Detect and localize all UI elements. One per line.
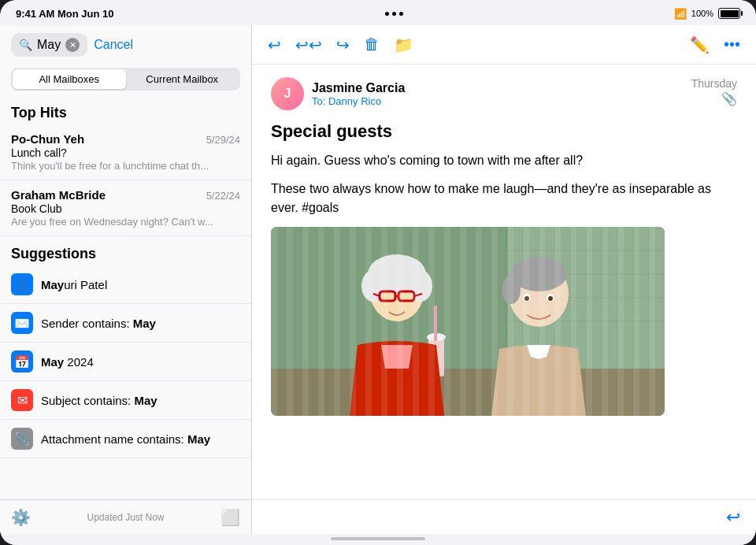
wifi-icon: 📶 bbox=[674, 8, 687, 20]
email-subject: Lunch call? bbox=[11, 146, 240, 159]
email-sender: Graham McBride bbox=[11, 188, 106, 202]
suggestions-label: Suggestions bbox=[0, 236, 251, 265]
svg-point-33 bbox=[547, 294, 554, 302]
suggestion-highlight: May bbox=[187, 432, 210, 446]
status-dots bbox=[385, 12, 403, 16]
email-header: Graham McBride 5/22/24 bbox=[11, 188, 240, 202]
suggestion-sender[interactable]: ✉️ Sender contains: May bbox=[0, 304, 251, 343]
compose-new-button[interactable]: ✏️ bbox=[690, 35, 710, 54]
toolbar-left: ↩ ↩↩ ↪ 🗑 📁 bbox=[268, 35, 413, 54]
suggestion-highlight: May bbox=[41, 355, 64, 369]
suggestion-highlight: May bbox=[41, 278, 64, 291]
svg-rect-19 bbox=[434, 306, 437, 341]
spacer bbox=[0, 458, 251, 499]
dot2 bbox=[392, 12, 396, 16]
svg-rect-1 bbox=[507, 227, 665, 416]
email-date: 5/22/24 bbox=[206, 190, 240, 202]
person-icon: 👤 bbox=[11, 273, 33, 295]
filter-icon[interactable]: ⚙️ bbox=[11, 508, 31, 527]
search-bar: 🔍 May ✕ Cancel bbox=[0, 25, 251, 63]
mail-icon: ✉ bbox=[11, 389, 33, 411]
suggestion-date[interactable]: 📅 May 2024 bbox=[0, 343, 251, 381]
svg-point-34 bbox=[524, 296, 529, 301]
cancel-button[interactable]: Cancel bbox=[94, 38, 133, 52]
body-paragraph-2: These two always know how to make me lau… bbox=[271, 180, 737, 217]
email-sender: Po-Chun Yeh bbox=[11, 132, 84, 146]
trash-button[interactable]: 🗑 bbox=[364, 35, 380, 54]
dot3 bbox=[399, 12, 403, 16]
ipad-frame: 9:41 AM Mon Jun 10 📶 100% 🔍 May bbox=[0, 0, 756, 545]
battery-percent: 100% bbox=[691, 9, 713, 18]
suggestion-text: Attachment name contains: May bbox=[41, 432, 210, 446]
svg-rect-24 bbox=[380, 291, 395, 301]
all-mailboxes-segment[interactable]: All Mailboxes bbox=[13, 69, 126, 89]
svg-rect-16 bbox=[271, 369, 665, 416]
top-hits-label: Top Hits bbox=[0, 98, 251, 124]
email-date-wrap: Thursday 📎 bbox=[691, 77, 737, 106]
diner-scene bbox=[271, 227, 665, 416]
segmented-control: All Mailboxes Current Mailbox bbox=[11, 68, 240, 91]
suggestion-text: Sender contains: May bbox=[41, 317, 156, 330]
reply-all-button[interactable]: ↩↩ bbox=[295, 35, 322, 54]
compose-icon[interactable]: ⬜ bbox=[220, 508, 240, 527]
battery-bar bbox=[718, 8, 740, 19]
reply-button[interactable]: ↩ bbox=[268, 35, 281, 54]
home-indicator bbox=[0, 534, 756, 545]
email-preview: Are you free on Wednesday night? Can't w… bbox=[11, 216, 240, 228]
svg-line-28 bbox=[414, 294, 422, 296]
battery-fill bbox=[721, 10, 739, 17]
folder-button[interactable]: 📁 bbox=[394, 35, 413, 54]
more-options-button[interactable]: ••• bbox=[724, 35, 740, 54]
search-input[interactable]: May bbox=[37, 38, 61, 52]
suggestion-text: May 2024 bbox=[41, 355, 94, 369]
bottom-status: Updated Just Now bbox=[87, 512, 164, 523]
svg-point-30 bbox=[510, 257, 567, 291]
forward-button[interactable]: ↪ bbox=[336, 35, 350, 54]
svg-rect-25 bbox=[398, 291, 414, 301]
email-meta: J Jasmine Garcia To: Danny Rico Thursday… bbox=[271, 77, 737, 110]
svg-point-35 bbox=[548, 296, 553, 301]
suggestion-attachment[interactable]: 📎 Attachment name contains: May bbox=[0, 420, 251, 458]
suggestion-text: Subject contains: May bbox=[41, 394, 158, 407]
email-preview: Think you'll be free for a lunchtime cha… bbox=[11, 160, 240, 172]
sender-info: Jasmine Garcia To: Danny Rico bbox=[312, 81, 405, 107]
search-icon: 🔍 bbox=[19, 39, 32, 51]
email-row[interactable]: Graham McBride 5/22/24 Book Club Are you… bbox=[0, 180, 251, 236]
svg-point-31 bbox=[502, 276, 521, 304]
suggestion-contact[interactable]: 👤 Mayuri Patel bbox=[0, 265, 251, 304]
email-sender-name: Jasmine Garcia bbox=[312, 81, 405, 95]
email-image bbox=[271, 227, 665, 416]
dot1 bbox=[385, 12, 389, 16]
email-toolbar: ↩ ↩↩ ↪ 🗑 📁 ✏️ ••• bbox=[252, 25, 756, 65]
avatar-initial: J bbox=[284, 87, 291, 101]
email-meta-left: J Jasmine Garcia To: Danny Rico bbox=[271, 77, 405, 110]
reply-footer-button[interactable]: ↩ bbox=[726, 507, 740, 528]
suggestion-subject[interactable]: ✉ Subject contains: May bbox=[0, 381, 251, 420]
email-content: J Jasmine Garcia To: Danny Rico Thursday… bbox=[252, 65, 756, 499]
body-paragraph-1: Hi again. Guess who's coming to town wit… bbox=[271, 151, 737, 170]
paperclip-icon: 📎 bbox=[11, 428, 33, 450]
svg-rect-0 bbox=[271, 227, 665, 416]
email-to[interactable]: To: Danny Rico bbox=[312, 95, 405, 107]
email-row[interactable]: Po-Chun Yeh 5/29/24 Lunch call? Think yo… bbox=[0, 124, 251, 180]
status-bar: 9:41 AM Mon Jun 10 📶 100% bbox=[0, 0, 756, 25]
home-bar bbox=[331, 537, 425, 540]
suggestion-highlight: May bbox=[133, 317, 156, 330]
svg-point-32 bbox=[523, 294, 531, 302]
toolbar-right: ✏️ ••• bbox=[690, 35, 740, 54]
bottom-bar: ⚙️ Updated Just Now ⬜ bbox=[0, 499, 251, 534]
avatar: J bbox=[271, 77, 304, 110]
email-footer: ↩ bbox=[252, 499, 756, 534]
svg-point-21 bbox=[368, 254, 426, 294]
svg-point-29 bbox=[509, 261, 569, 327]
right-panel: ↩ ↩↩ ↪ 🗑 📁 ✏️ ••• J bbox=[252, 25, 756, 534]
svg-rect-17 bbox=[428, 337, 444, 376]
status-time: 9:41 AM Mon Jun 10 bbox=[16, 8, 113, 20]
suggestion-highlight: May bbox=[134, 394, 157, 407]
search-clear-button[interactable]: ✕ bbox=[65, 38, 80, 52]
svg-point-18 bbox=[427, 333, 446, 341]
current-mailbox-segment[interactable]: Current Mailbox bbox=[126, 69, 239, 89]
attachment-indicator-icon: 📎 bbox=[691, 91, 737, 106]
search-input-wrap[interactable]: 🔍 May ✕ bbox=[11, 33, 87, 57]
main-content: 🔍 May ✕ Cancel All Mailboxes Current Mai… bbox=[0, 25, 756, 534]
